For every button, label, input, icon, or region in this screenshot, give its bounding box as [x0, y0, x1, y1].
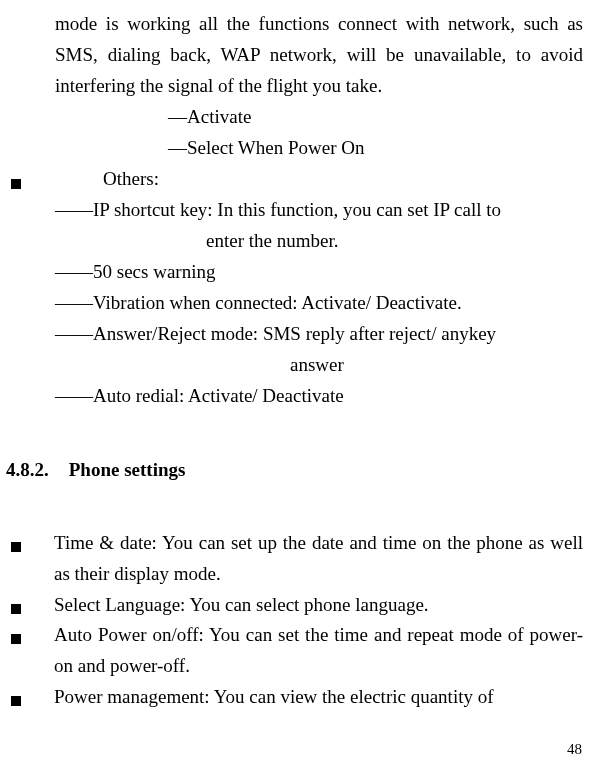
dash-ip-shortcut: ――IP shortcut key: In this function, you… — [55, 195, 583, 226]
paragraph-flight-mode: mode is working all the functions connec… — [55, 9, 583, 102]
dash-ip-shortcut-cont: enter the number. — [206, 226, 587, 257]
bullet-time-date: Time & date: You can set up the date and… — [54, 528, 583, 590]
bullet-icon — [11, 179, 21, 189]
sub-option-select-power-on: ―Select When Power On — [168, 133, 587, 164]
bullet-icon — [11, 696, 21, 706]
bullet-icon — [11, 542, 21, 552]
bullet-icon — [11, 604, 21, 614]
dash-answer-reject-cont: answer — [290, 350, 587, 381]
section-heading: 4.8.2. Phone settings — [6, 455, 587, 486]
dash-auto-redial: ――Auto redial: Activate/ Deactivate — [55, 381, 583, 412]
page-number: 48 — [567, 737, 582, 761]
section-title: Phone settings — [69, 455, 186, 486]
dash-answer-reject: ――Answer/Reject mode: SMS reply after re… — [55, 319, 583, 350]
bullet-power-management: Power management: You can view the elect… — [54, 682, 583, 713]
others-label: Others: — [103, 164, 159, 195]
sub-option-activate: ―Activate — [168, 102, 587, 133]
dash-vibration: ――Vibration when connected: Activate/ De… — [55, 288, 583, 319]
bullet-icon — [11, 634, 21, 644]
bullet-auto-power: Auto Power on/off: You can set the time … — [54, 620, 583, 682]
bullet-select-language: Select Language: You can select phone la… — [54, 590, 583, 621]
dash-50secs: ――50 secs warning — [55, 257, 583, 288]
section-number: 4.8.2. — [6, 455, 49, 486]
